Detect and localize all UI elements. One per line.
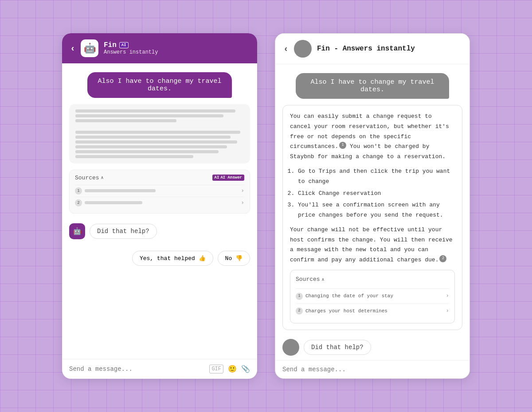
left-source-item-2[interactable]: 2 › — [75, 197, 244, 209]
right-bot-para-1: You can easily submit a change request t… — [290, 112, 455, 162]
left-sources-header: Sources ∧ AI AI Answer — [75, 175, 244, 181]
left-user-message: Also I have to change my travel dates. — [87, 72, 232, 98]
ai-answer-ai-label: AI — [215, 175, 219, 180]
right-step-3: You'll see a confirmation screen with an… — [298, 200, 455, 221]
left-header-subtitle: Answers instantly — [104, 49, 158, 55]
right-back-button[interactable]: ‹ — [283, 44, 289, 54]
right-source-item-1-content: 1 Changing the date of your stay — [296, 292, 393, 300]
right-source-text-1: Changing the date of your stay — [305, 292, 393, 300]
right-user-message: Also I have to change my travel dates. — [296, 73, 449, 99]
right-sources-label: Sources ∧ — [296, 275, 325, 285]
right-did-that-help-row: Did that help? — [282, 336, 462, 358]
left-ai-answer-badge: AI AI Answer — [212, 175, 244, 181]
right-ref-1: 1 — [339, 142, 346, 149]
left-source-num-1: 1 — [75, 187, 82, 194]
left-bot-name-row: Fin AI — [104, 41, 158, 49]
right-bot-avatar-small — [282, 339, 299, 356]
right-bot-para-2: Your change will not be effective until … — [290, 225, 455, 265]
ai-answer-text: AI Answer — [220, 175, 242, 180]
left-feedback-row: Yes, that helped 👍 No 👎 — [69, 249, 250, 268]
emoji-icon[interactable]: 🙂 — [228, 365, 237, 373]
right-source-text-2: Charges your host determines — [305, 307, 387, 315]
left-sources-section: Sources ∧ AI AI Answer 1 › — [69, 170, 250, 214]
right-sources-header: Sources ∧ — [296, 275, 449, 285]
left-did-help-bubble: Did that help? — [90, 224, 157, 239]
left-bot-message-1 — [69, 104, 250, 163]
left-bot-avatar-small: 🤖 — [69, 223, 85, 239]
left-sources-label: Sources ∧ — [75, 175, 104, 181]
right-source-num-2: 2 — [296, 307, 303, 315]
right-step-2: Click Change reservation — [298, 189, 455, 199]
right-source-item-2-content: 2 Charges your host determines — [296, 307, 387, 315]
right-ref-2: 2 — [439, 255, 446, 262]
right-bot-avatar — [294, 40, 312, 58]
left-send-input[interactable] — [69, 365, 205, 373]
right-panel: ‹ Fin - Answers instantly Also I have to… — [275, 33, 470, 379]
right-panel-body: Also I have to change my travel dates. Y… — [275, 64, 469, 360]
left-panel-footer: GIF 🙂 📎 — [62, 359, 257, 379]
left-bot-name: Fin — [104, 41, 117, 49]
right-panel-footer — [275, 360, 469, 378]
right-bot-steps: Go to Trips and then click the trip you … — [298, 167, 455, 221]
gif-icon[interactable]: GIF — [209, 365, 223, 373]
right-source-num-1: 1 — [296, 293, 303, 300]
left-ai-badge: AI — [119, 42, 129, 48]
attach-icon[interactable]: 📎 — [241, 365, 250, 373]
right-bot-message: You can easily submit a change request t… — [282, 105, 462, 330]
left-back-button[interactable]: ‹ — [70, 43, 75, 54]
left-source-num-2: 2 — [75, 199, 82, 206]
left-source-item-1-content: 1 — [75, 187, 156, 194]
left-sources-caret[interactable]: ∧ — [101, 175, 104, 180]
right-did-help-bubble: Did that help? — [304, 340, 371, 355]
left-source-item-2-content: 2 — [75, 199, 142, 206]
left-no-button[interactable]: No 👎 — [218, 251, 250, 266]
left-header-text: Fin AI Answers instantly — [104, 41, 158, 55]
right-source-chevron-1: › — [446, 291, 449, 301]
left-source-chevron-1: › — [241, 187, 244, 194]
left-source-chevron-2: › — [241, 199, 244, 206]
right-source-item-1[interactable]: 1 Changing the date of your stay › — [296, 288, 449, 303]
left-yes-button[interactable]: Yes, that helped 👍 — [132, 251, 213, 266]
right-sources-caret[interactable]: ∧ — [322, 276, 325, 284]
fin-logo-icon: 🤖 — [84, 43, 96, 54]
left-footer-icons: GIF 🙂 📎 — [209, 365, 250, 373]
left-panel: ‹ 🤖 Fin AI Answers instantly Also I have… — [62, 33, 257, 379]
right-header: ‹ Fin - Answers instantly — [275, 34, 469, 64]
left-did-that-help-row: 🤖 Did that help? — [69, 220, 250, 243]
left-header: ‹ 🤖 Fin AI Answers instantly — [62, 33, 257, 63]
left-source-item-1[interactable]: 1 › — [75, 185, 244, 197]
right-source-chevron-2: › — [446, 306, 449, 316]
left-bot-avatar: 🤖 — [81, 39, 98, 57]
left-panel-body: Also I have to change my travel dates. — [62, 63, 257, 359]
right-bot-name: Fin - Answers instantly — [317, 45, 415, 53]
right-sources-section: Sources ∧ 1 Changing the date of your st… — [290, 270, 455, 323]
right-send-input[interactable] — [282, 366, 462, 373]
right-step-1: Go to Trips and then click the trip you … — [298, 167, 455, 187]
right-source-item-2[interactable]: 2 Charges your host determines › — [296, 303, 449, 319]
